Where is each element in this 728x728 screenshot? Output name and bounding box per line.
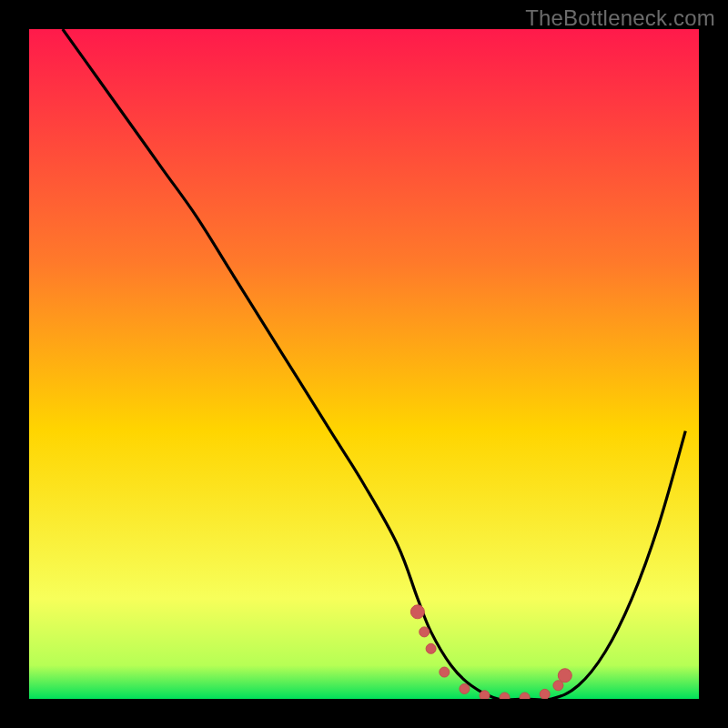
- optimal-marker: [558, 669, 571, 682]
- optimal-marker: [420, 627, 430, 637]
- optimal-marker: [540, 689, 550, 699]
- optimal-marker: [460, 683, 470, 693]
- optimal-marker: [553, 681, 563, 691]
- optimal-marker: [440, 667, 450, 677]
- watermark-text: TheBottleneck.com: [525, 5, 715, 31]
- optimal-marker: [410, 605, 424, 619]
- optimal-marker: [426, 643, 436, 653]
- chart-frame: TheBottleneck.com: [0, 0, 728, 728]
- plot-background: [29, 29, 699, 699]
- chart-svg: [0, 0, 728, 728]
